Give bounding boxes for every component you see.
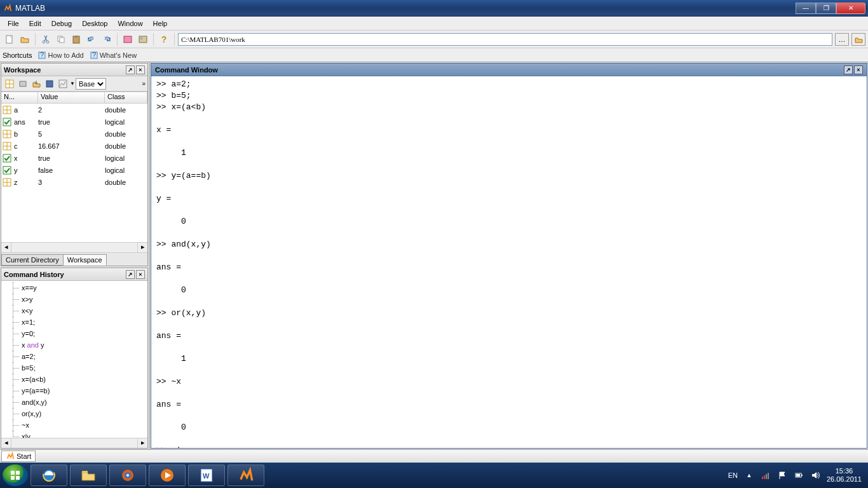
workspace-row[interactable]: yfalselogical xyxy=(1,164,147,176)
paste-icon[interactable] xyxy=(69,32,83,46)
history-line[interactable]: x=1; xyxy=(1,316,147,328)
minimize-button[interactable]: — xyxy=(796,3,816,14)
variable-type-icon xyxy=(1,130,13,139)
command-window-body[interactable]: >> a=2; >> b=5; >> x=(a<b) x = 1 >> y=(a… xyxy=(151,76,867,448)
maximize-button[interactable]: ❐ xyxy=(816,3,836,14)
plot-icon[interactable] xyxy=(57,78,69,90)
tab-current-directory[interactable]: Current Directory xyxy=(1,254,64,266)
variable-name: b xyxy=(13,130,38,138)
history-line[interactable]: b=5; xyxy=(1,362,147,374)
path-browse-button[interactable]: … xyxy=(835,33,849,46)
history-body[interactable]: x==yx>yx<yx=1;y=0;x and ya=2;b=5;x=(a<b)… xyxy=(1,281,147,438)
workspace-title: Workspace xyxy=(4,66,125,74)
simulink-icon[interactable] xyxy=(121,32,135,46)
history-line[interactable]: x=(a<b) xyxy=(1,374,147,385)
path-up-button[interactable] xyxy=(851,33,865,46)
history-line[interactable]: and(x,y) xyxy=(1,396,147,408)
workspace-row[interactable]: a2double xyxy=(1,104,147,116)
workspace-close-button[interactable]: × xyxy=(136,65,145,74)
workspace-table[interactable]: N... Value Class a2doubleanstruelogicalb… xyxy=(1,92,147,242)
workspace-row[interactable]: c16.667double xyxy=(1,140,147,152)
history-line[interactable]: x==y xyxy=(1,282,147,294)
guide-icon[interactable] xyxy=(136,32,150,46)
history-line[interactable]: a=2; xyxy=(1,351,147,362)
taskbar-app1-icon[interactable] xyxy=(109,464,146,486)
variable-class: double xyxy=(105,106,147,114)
shortcuts-label: Shortcuts xyxy=(3,51,32,59)
taskbar-explorer-icon[interactable] xyxy=(70,464,107,486)
clock-date: 26.06.2011 xyxy=(827,475,862,484)
howto-add-link[interactable]: ?How to Add xyxy=(38,51,83,59)
history-line[interactable]: y=(a==b) xyxy=(1,385,147,396)
redo-icon[interactable] xyxy=(100,32,114,46)
help-icon[interactable]: ? xyxy=(157,32,171,46)
history-line[interactable]: x|y xyxy=(1,431,147,438)
plot-dropdown-icon[interactable]: ▼ xyxy=(70,81,75,86)
variable-name: x xyxy=(13,154,38,162)
svg-rect-8 xyxy=(124,36,132,43)
current-folder-input[interactable] xyxy=(178,33,832,46)
history-line[interactable]: ~x xyxy=(1,419,147,431)
history-line[interactable]: x and y xyxy=(1,339,147,351)
tab-workspace[interactable]: Workspace xyxy=(63,254,107,266)
header-value[interactable]: Value xyxy=(38,92,105,103)
workspace-scope-select[interactable]: Base xyxy=(76,78,106,90)
menu-desktop[interactable]: Desktop xyxy=(77,18,112,29)
volume-icon[interactable] xyxy=(810,470,820,480)
history-undock-button[interactable]: ↗ xyxy=(126,270,135,279)
flag-icon[interactable] xyxy=(777,470,787,480)
power-icon[interactable] xyxy=(794,470,804,480)
language-indicator[interactable]: EN xyxy=(728,471,738,479)
open-file-icon[interactable] xyxy=(18,32,32,46)
new-file-icon[interactable] xyxy=(3,32,17,46)
matlab-start-button[interactable]: Start xyxy=(1,451,36,462)
close-button[interactable]: ✕ xyxy=(836,3,865,14)
workspace-title-bar: Workspace ↗ × xyxy=(1,64,147,76)
menu-debug[interactable]: Debug xyxy=(46,18,77,29)
history-close-button[interactable]: × xyxy=(136,270,145,279)
variable-name: ans xyxy=(13,118,38,126)
windows-start-button[interactable] xyxy=(3,464,28,486)
workspace-undock-button[interactable]: ↗ xyxy=(126,65,135,74)
header-name[interactable]: N... xyxy=(1,92,38,103)
menu-file[interactable]: File xyxy=(3,18,24,29)
new-variable-icon[interactable] xyxy=(3,78,16,90)
taskbar-ie-icon[interactable] xyxy=(31,464,67,486)
menu-edit[interactable]: Edit xyxy=(24,18,46,29)
cut-icon[interactable] xyxy=(39,32,53,46)
taskbar-matlab-icon[interactable] xyxy=(227,464,264,486)
windows-taskbar: W EN ▲ 15:36 26.06.2011 xyxy=(0,463,868,488)
show-hidden-icon[interactable]: ▲ xyxy=(744,470,754,480)
history-line[interactable]: x>y xyxy=(1,294,147,305)
history-line[interactable]: x<y xyxy=(1,305,147,316)
command-window-undock-button[interactable]: ↗ xyxy=(844,65,853,74)
history-hscroll[interactable]: ◂ ▸ xyxy=(1,438,147,448)
workspace-row[interactable]: z3double xyxy=(1,176,147,188)
workspace-row[interactable]: anstruelogical xyxy=(1,116,147,128)
system-clock[interactable]: 15:36 26.06.2011 xyxy=(827,467,862,484)
header-class[interactable]: Class xyxy=(105,92,147,103)
workspace-row[interactable]: b5double xyxy=(1,128,147,140)
undo-icon[interactable] xyxy=(85,32,98,46)
workspace-row[interactable]: xtruelogical xyxy=(1,152,147,164)
svg-rect-38 xyxy=(11,476,15,480)
import-data-icon[interactable] xyxy=(30,78,43,90)
variable-class: logical xyxy=(105,154,147,162)
taskbar-word-icon[interactable]: W xyxy=(188,464,225,486)
menu-help[interactable]: Help xyxy=(148,18,173,29)
history-line[interactable]: or(x,y) xyxy=(1,408,147,419)
open-variable-icon[interactable] xyxy=(17,78,29,90)
svg-rect-50 xyxy=(764,475,765,479)
taskbar-mediaplayer-icon[interactable] xyxy=(149,464,186,486)
copy-icon[interactable] xyxy=(54,32,68,46)
history-line[interactable]: y=0; xyxy=(1,328,147,339)
status-bar: Start xyxy=(0,449,868,463)
whats-new-link[interactable]: ?What's New xyxy=(90,51,137,59)
menu-window[interactable]: Window xyxy=(112,18,147,29)
network-icon[interactable] xyxy=(761,470,771,480)
command-window-close-button[interactable]: × xyxy=(854,65,863,74)
workspace-toolbar-overflow[interactable]: » xyxy=(142,80,146,87)
save-workspace-icon[interactable] xyxy=(43,78,56,90)
matlab-logo-icon xyxy=(6,452,15,461)
workspace-hscroll[interactable]: ◂ ▸ xyxy=(1,242,147,252)
